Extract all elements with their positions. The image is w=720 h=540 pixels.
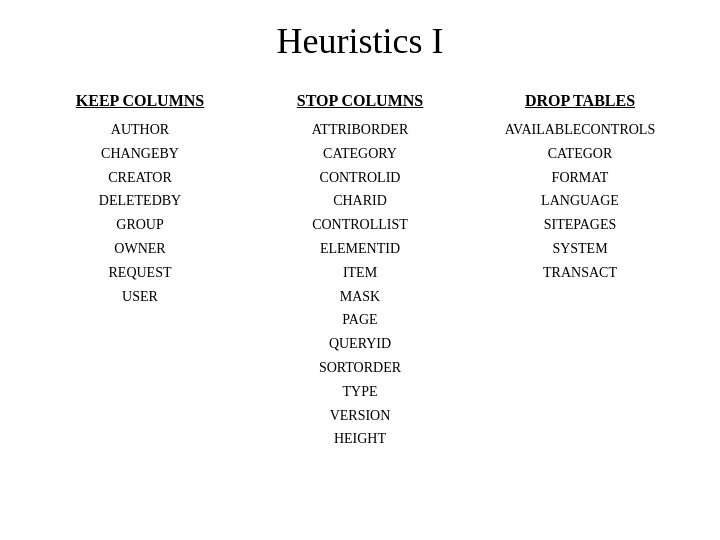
column-stop-columns: STOP COLUMNSATTRIBORDERCATEGORYCONTROLID… (250, 92, 470, 451)
list-item: DELETEDBY (99, 189, 181, 213)
column-keep-columns: KEEP COLUMNSAUTHORCHANGEBYCREATORDELETED… (30, 92, 250, 308)
list-item: AUTHOR (111, 118, 169, 142)
list-item: CREATOR (108, 166, 172, 190)
page-title: Heuristics I (30, 20, 690, 62)
columns-container: KEEP COLUMNSAUTHORCHANGEBYCREATORDELETED… (30, 92, 690, 451)
list-item: LANGUAGE (541, 189, 619, 213)
list-item: FORMAT (552, 166, 609, 190)
list-item: CATEGOR (548, 142, 613, 166)
list-item: CONTROLID (320, 166, 401, 190)
list-item: SYSTEM (552, 237, 607, 261)
list-item: TYPE (343, 380, 378, 404)
list-item: CHANGEBY (101, 142, 179, 166)
column-drop-tables: DROP TABLESAVAILABLECONTROLSCATEGORFORMA… (470, 92, 690, 285)
list-item: OWNER (114, 237, 165, 261)
list-item: SITEPAGES (544, 213, 617, 237)
list-item: PAGE (342, 308, 377, 332)
list-item: CHARID (333, 189, 387, 213)
list-item: USER (122, 285, 158, 309)
list-item: AVAILABLECONTROLS (505, 118, 655, 142)
list-item: VERSION (330, 404, 391, 428)
column-header-drop-tables: DROP TABLES (525, 92, 635, 110)
list-item: MASK (340, 285, 380, 309)
list-item: SORTORDER (319, 356, 401, 380)
list-item: CONTROLLIST (312, 213, 408, 237)
list-item: CATEGORY (323, 142, 397, 166)
list-item: ATTRIBORDER (312, 118, 408, 142)
column-header-keep-columns: KEEP COLUMNS (76, 92, 204, 110)
list-item: REQUEST (109, 261, 172, 285)
list-item: HEIGHT (334, 427, 386, 451)
list-item: TRANSACT (543, 261, 617, 285)
column-header-stop-columns: STOP COLUMNS (297, 92, 423, 110)
list-item: GROUP (116, 213, 163, 237)
list-item: ELEMENTID (320, 237, 400, 261)
list-item: ITEM (343, 261, 377, 285)
list-item: QUERYID (329, 332, 391, 356)
